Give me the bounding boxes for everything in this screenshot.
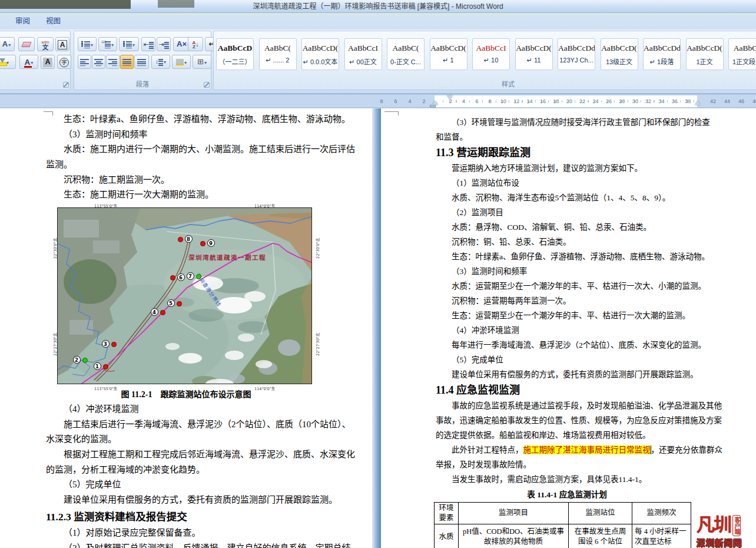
ruler-left-margin-numbers: 8 6 4 2	[374, 95, 431, 107]
clear-formatting-button[interactable]	[18, 37, 35, 51]
tab-review[interactable]: 审阅	[9, 15, 36, 28]
left-page-text-bottom: （4）冲淤环境监测 施工结束后进行一季海域海流、悬浮泥沙（2个站位）、底质（10…	[46, 402, 371, 548]
distribute-button[interactable]	[134, 55, 149, 69]
horizontal-ruler[interactable]: 8 6 4 2 2 4 6 8 10 12 14 16 18 20 22 24 …	[0, 95, 756, 108]
table-row: 水质 pH值、COD和DO、石油类或事故排放的其他物质 在事故发生点周围设 6 …	[435, 524, 691, 548]
increase-indent-icon: ⇥	[158, 41, 164, 48]
text-line: 11.2.3 监测资料建档及报告提交	[46, 508, 371, 526]
align-right-button[interactable]	[106, 55, 120, 69]
ruler-number: 8	[483, 95, 496, 107]
ruler-number: 48	[748, 95, 756, 107]
enclose-characters-icon: 字	[59, 58, 69, 67]
style-gallery-item[interactable]: AaBbCc 1正文段落	[728, 38, 756, 70]
figure-map: 深圳湾航道疏浚一期工程 深圳香港分界线 1 2 3 4 5 6 7 8 9	[57, 207, 312, 384]
map-coord-top-left: 113°55'0"东	[94, 203, 117, 209]
document-page-left[interactable]: 生态：叶绿素a、鱼卵仔鱼、浮游植物、浮游动物、底栖生物、游泳动物。 （3）监测时…	[0, 108, 372, 548]
style-gallery-item[interactable]: AaBbCcD （一二三）	[216, 38, 254, 70]
sort-button[interactable]: AZ↓	[188, 37, 203, 51]
distribute-icon	[137, 58, 146, 66]
table-header-cell: 监测项目	[459, 503, 569, 524]
hanging-indent-marker[interactable]	[432, 101, 438, 105]
style-gallery-item[interactable]: AaBbCcD( 1正文	[686, 38, 724, 70]
style-name: ↵ 00正文	[345, 57, 382, 66]
align-center-icon	[94, 58, 103, 66]
station-number-label: 4	[151, 308, 158, 316]
phonetic-guide-icon: wén文	[42, 39, 49, 50]
align-left-button[interactable]	[78, 55, 91, 69]
text-line: 监测。	[46, 157, 371, 173]
station-dot-icon	[170, 275, 175, 280]
increase-indent-button[interactable]: ⇥	[157, 37, 171, 51]
station-number-label: 9	[207, 239, 215, 247]
map-coord-left-bottom: 22°27'30"北	[52, 333, 58, 356]
text-line: 11.4 应急监视监测	[436, 382, 701, 398]
map-coord-right-top: 22°30'0"北	[314, 238, 320, 259]
ribbon-group-styles: AaBbCcD （一二三） AaBbC( ↵ ...... 2 AaBbCcD(…	[213, 31, 756, 90]
character-border-button[interactable]: A	[55, 37, 69, 51]
style-gallery-item[interactable]: AaBbC( ↵ ...... 2	[259, 38, 297, 70]
style-name: ↵ 10	[473, 57, 509, 64]
ruler-number: 14	[523, 95, 536, 107]
text-line: （5）完成单位	[436, 352, 701, 367]
text-line: （3）监测时间和频率	[46, 127, 371, 143]
text-highlight-button[interactable]: ▾	[0, 55, 16, 69]
character-shading-button[interactable]: A	[41, 55, 55, 69]
style-name: ↵ 1	[430, 57, 467, 64]
align-center-button[interactable]	[92, 55, 105, 69]
map-coord-top-right: 114°0'0"东	[254, 203, 275, 209]
station-number-label: 6	[177, 273, 185, 281]
align-right-icon	[108, 58, 117, 66]
ruler-number: 22	[576, 95, 589, 107]
style-gallery-item[interactable]: AaBbCcD( 13级正文	[601, 38, 638, 70]
style-name: ↵ 1段落	[644, 57, 680, 66]
borders-button[interactable]: ⊞▾	[193, 55, 211, 69]
style-gallery-item[interactable]: AaBbCcDdI 123YJ Ch...	[558, 38, 595, 70]
text-line: 水质、沉积物、海洋生态布设5个监测站位（1、4、5、8、9）。	[436, 190, 701, 205]
paragraph-dialog-launcher[interactable]	[204, 82, 210, 88]
numbering-button[interactable]: ▾	[98, 37, 117, 51]
asian-layout-icon: A×	[177, 39, 187, 48]
multilevel-list-button[interactable]: ▾	[119, 37, 139, 51]
style-gallery-item[interactable]: AaBbCcDd ↵ 1段落	[643, 38, 681, 70]
style-gallery-item[interactable]: AaBbCcI ↵ 10	[472, 38, 510, 70]
left-indent-marker[interactable]	[430, 105, 436, 107]
style-gallery-item[interactable]: AaBbCcD( ↵ 11	[515, 38, 553, 70]
tab-view[interactable]: 视图	[40, 15, 67, 28]
font-color-button[interactable]: A▾	[19, 55, 38, 69]
station-number-label: 5	[167, 299, 175, 307]
station-dot-icon	[177, 301, 182, 306]
text-line: 水质：运营期至少在一个潮汐年的丰、平、枯进行一次大、小潮的监测。	[436, 279, 701, 293]
bullets-button[interactable]: ▾	[78, 37, 97, 51]
style-gallery-item[interactable]: AaBbCcI ↵ 00正文	[344, 38, 382, 70]
paint-bucket-icon	[176, 59, 184, 65]
chevron-down-icon: ▾	[132, 42, 135, 48]
style-name: ↵ 11	[516, 57, 552, 64]
font-dialog-launcher[interactable]	[63, 82, 69, 88]
text-line: （3）监测时间和频率	[436, 264, 701, 279]
text-line: 每年进行一季海域海流、悬浮泥沙（2个站位）、底质、水深变化的监测。	[436, 338, 701, 352]
monitoring-station: 9	[200, 241, 205, 246]
style-gallery-item[interactable]: AaBbC( 0-正文 C...	[387, 38, 425, 70]
title-bar[interactable]: 深圳湾航道疏浚工程（一期）环境影响报告书送审稿 [兼容模式] - Microso…	[0, 0, 756, 13]
shading-button[interactable]: ▾	[172, 55, 191, 69]
enclose-characters-button[interactable]: 字	[57, 55, 71, 69]
style-sample-text: AaBbCcDd	[644, 44, 680, 53]
style-sample-text: AaBbCcDdI	[558, 44, 595, 53]
right-page-text: （3）环境管理与监测情况应随时接受海洋行政主管部门和环保部门的检查 和监督。 1…	[436, 115, 701, 487]
cell-items: pH值、COD和DO、石油类或事故排放的其他物质	[459, 524, 569, 548]
line-spacing-button[interactable]: ↕▾	[151, 55, 170, 69]
decrease-indent-button[interactable]: ⇤	[141, 37, 155, 51]
style-gallery-item[interactable]: AaBbCcD( ↵ 1	[430, 38, 467, 70]
right-indent-marker[interactable]	[695, 101, 701, 105]
style-sample-text: AaBbCcD(	[516, 44, 552, 53]
shrink-font-button[interactable]: A▾	[0, 37, 15, 51]
style-sample-text: AaBbCcD(	[302, 44, 339, 53]
style-name: 1正文段落	[729, 57, 756, 66]
phonetic-guide-button[interactable]: wén文	[37, 37, 54, 51]
justify-button[interactable]	[120, 55, 134, 69]
station-dot-icon	[82, 358, 88, 363]
document-page-right[interactable]: （3）环境管理与监测情况应随时接受海洋行政主管部门和环保部门的检查 和监督。 1…	[381, 108, 756, 548]
monitoring-station: 4	[160, 310, 165, 315]
first-line-indent-marker[interactable]	[447, 95, 453, 100]
style-gallery-item[interactable]: AaBbCcD( ↵ 0.0.0文本	[301, 38, 339, 70]
